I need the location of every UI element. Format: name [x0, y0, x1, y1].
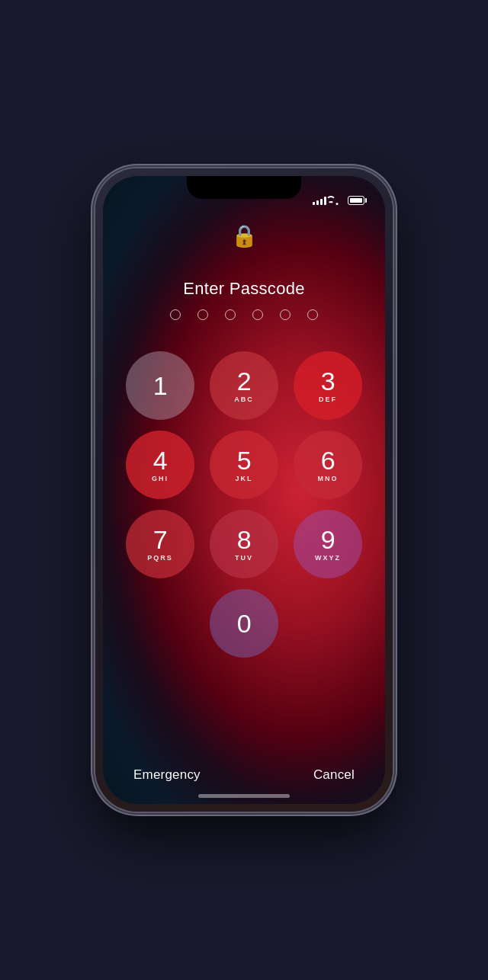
- keypad: 1 2 ABC 3 DEF 4 GHI 5 JKL: [103, 351, 385, 658]
- key-0[interactable]: 0: [210, 589, 278, 658]
- wifi-icon: [331, 196, 343, 205]
- keypad-row-4: 0: [126, 589, 362, 658]
- passcode-dot-2: [197, 309, 208, 320]
- passcode-dot-4: [252, 309, 263, 320]
- key-3[interactable]: 3 DEF: [294, 351, 362, 420]
- keypad-row-3: 7 PQRS 8 TUV 9 WXYZ: [126, 510, 362, 578]
- key-5[interactable]: 5 JKL: [210, 431, 278, 499]
- phone-screen: 🔒 Enter Passcode 1 2 ABC: [103, 176, 385, 804]
- passcode-dot-6: [307, 309, 318, 320]
- key-4[interactable]: 4 GHI: [126, 431, 194, 499]
- signal-icon: [313, 196, 326, 205]
- key-9[interactable]: 9 WXYZ: [294, 510, 362, 578]
- passcode-dot-3: [225, 309, 236, 320]
- passcode-dots: [103, 309, 385, 320]
- lock-icon: 🔒: [231, 226, 258, 247]
- key-6[interactable]: 6 MNO: [294, 431, 362, 499]
- bottom-bar: Emergency Cancel: [103, 767, 385, 783]
- key-7[interactable]: 7 PQRS: [126, 510, 194, 578]
- key-1[interactable]: 1: [126, 351, 194, 420]
- lock-icon-container: 🔒: [231, 226, 258, 247]
- passcode-title: Enter Passcode: [103, 279, 385, 299]
- battery-icon: [348, 196, 367, 205]
- emergency-button[interactable]: Emergency: [133, 767, 201, 783]
- status-icons: [313, 196, 367, 205]
- cancel-button[interactable]: Cancel: [313, 767, 355, 783]
- phone-frame: 🔒 Enter Passcode 1 2 ABC: [95, 168, 393, 812]
- passcode-dot-1: [170, 309, 181, 320]
- keypad-row-1: 1 2 ABC 3 DEF: [126, 351, 362, 420]
- passcode-dot-5: [280, 309, 291, 320]
- key-2[interactable]: 2 ABC: [210, 351, 278, 420]
- notch: [187, 176, 301, 199]
- home-indicator: [198, 794, 290, 798]
- key-8[interactable]: 8 TUV: [210, 510, 278, 578]
- keypad-row-2: 4 GHI 5 JKL 6 MNO: [126, 431, 362, 499]
